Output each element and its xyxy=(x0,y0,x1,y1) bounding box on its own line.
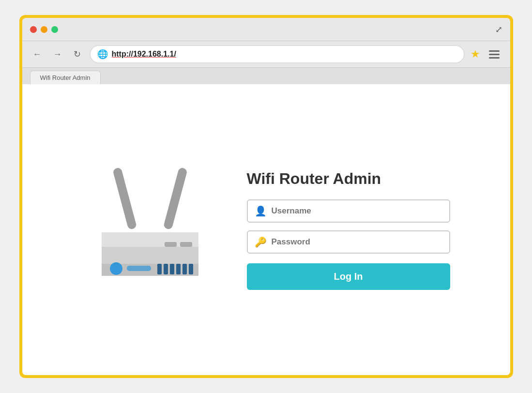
svg-point-7 xyxy=(110,262,122,275)
title-bar: ⤢ xyxy=(22,18,510,41)
svg-rect-11 xyxy=(170,264,174,274)
menu-line-2 xyxy=(489,54,500,55)
login-button[interactable]: Log In xyxy=(247,263,450,290)
expand-icon[interactable]: ⤢ xyxy=(495,24,502,35)
minimize-button[interactable] xyxy=(41,26,47,33)
username-input[interactable] xyxy=(272,206,442,216)
address-bar[interactable]: 🌐 xyxy=(90,45,465,63)
outer-frame: ⤢ ← → ↻ 🌐 ★ Wifi Router Admin xyxy=(19,15,513,378)
svg-rect-14 xyxy=(189,264,193,274)
page-title: Wifi Router Admin xyxy=(247,170,450,188)
url-input[interactable] xyxy=(112,50,457,59)
traffic-lights xyxy=(30,26,58,33)
page-content: Wifi Router Admin 👤 🔑 Log In xyxy=(22,84,510,375)
svg-rect-10 xyxy=(164,264,168,274)
username-field-wrapper[interactable]: 👤 xyxy=(247,199,450,223)
password-icon: 🔑 xyxy=(255,236,267,248)
login-form: Wifi Router Admin 👤 🔑 Log In xyxy=(247,170,450,290)
router-illustration xyxy=(82,162,218,298)
svg-rect-12 xyxy=(176,264,181,274)
forward-button[interactable]: → xyxy=(50,47,65,61)
browser-tab[interactable]: Wifi Router Admin xyxy=(30,71,101,84)
close-button[interactable] xyxy=(30,26,37,33)
maximize-button[interactable] xyxy=(51,26,58,33)
username-icon: 👤 xyxy=(255,205,267,217)
svg-rect-13 xyxy=(182,264,187,274)
svg-rect-1 xyxy=(163,167,187,230)
menu-line-3 xyxy=(489,57,500,59)
browser-window: ⤢ ← → ↻ 🌐 ★ Wifi Router Admin xyxy=(22,18,510,375)
bookmark-star-icon[interactable]: ★ xyxy=(471,48,480,60)
globe-icon: 🌐 xyxy=(97,49,108,60)
back-button[interactable]: ← xyxy=(30,47,45,61)
svg-rect-9 xyxy=(157,264,162,274)
svg-rect-0 xyxy=(112,167,137,230)
svg-rect-16 xyxy=(180,242,192,247)
menu-line-1 xyxy=(489,50,500,52)
menu-button[interactable] xyxy=(486,47,502,61)
nav-bar: ← → ↻ 🌐 ★ xyxy=(22,41,510,68)
tab-bar: Wifi Router Admin xyxy=(22,68,510,84)
password-input[interactable] xyxy=(272,237,442,247)
svg-rect-8 xyxy=(127,266,151,271)
password-field-wrapper[interactable]: 🔑 xyxy=(247,230,450,254)
router-svg xyxy=(87,162,213,298)
reload-button[interactable]: ↻ xyxy=(71,47,84,61)
svg-rect-15 xyxy=(165,242,177,247)
